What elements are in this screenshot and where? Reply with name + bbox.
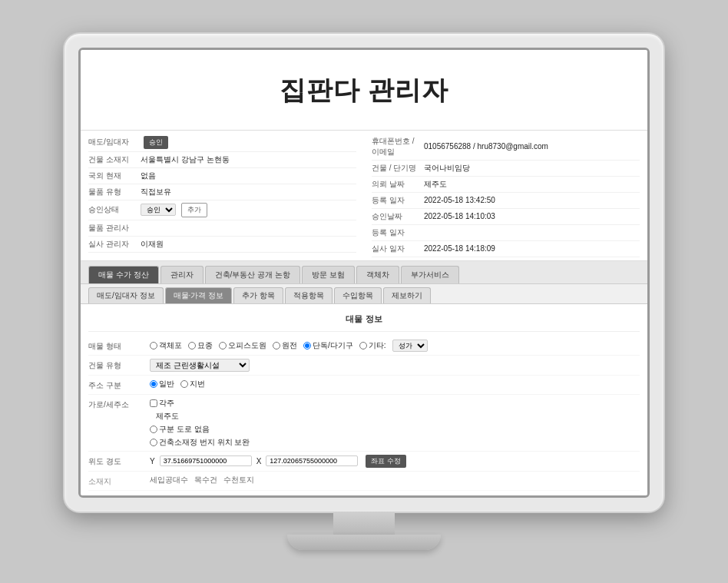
location-info-text: 세입공대수 <box>150 475 188 485</box>
label-location: 건물 소재지 <box>88 154 141 165</box>
sale-type-other-select[interactable]: 성가 <box>392 340 428 352</box>
address-row-1: 각주 <box>150 398 640 409</box>
info-grid: 매도/임대자 승인 건물 소재지 서울특별시 강남구 논현동 국외 현재 없음 <box>81 131 647 261</box>
value-building-name: 국어나비임당 <box>424 163 470 174</box>
tab-item-settlement[interactable]: 매물 수가 정산 <box>88 266 159 283</box>
value-location-info: 세입공대수 목수건 수천토지 <box>150 475 640 485</box>
info-row: 국외 현재 없음 <box>88 168 356 184</box>
coord-update-btn[interactable]: 좌표 수정 <box>366 455 406 468</box>
subtab-applied-items[interactable]: 적용항목 <box>285 287 333 303</box>
info-row: 건물 소재지 서울특별시 강남구 논현동 <box>88 152 356 168</box>
info-row: 건물 / 단기명 국어나비임당 <box>372 161 640 177</box>
radio-jibun-address[interactable]: 지번 <box>180 379 205 389</box>
radio-single[interactable]: 단독/다기구 <box>303 340 353 351</box>
value-sale-type: 객체포 묘종 오피스도원 원전 단독/다기구 기타: 성가 <box>150 340 640 352</box>
info-row: 등록 일자 2022-05-18 13:42:50 <box>372 193 640 209</box>
x-coord-input[interactable] <box>266 455 358 466</box>
info-col-left: 매도/임대자 승인 건물 소재지 서울특별시 강남구 논현동 국외 현재 없음 <box>81 131 364 260</box>
label-building-type: 건물 유형 <box>88 359 150 371</box>
approval-submit-btn[interactable]: 추가 <box>181 203 207 217</box>
address-row-3: 구분 도로 없음 <box>150 424 640 435</box>
label-request-date: 의뢰 날짜 <box>372 179 424 190</box>
info-row: 승인날짜 2022-05-18 14:10:03 <box>372 209 640 225</box>
value-item-type: 직접보유 <box>141 187 171 197</box>
form-row-sale-type: 매물 형태 객체포 묘종 오피스도원 원전 단독/다기구 기타: 성가 <box>88 336 640 356</box>
content-area: 대물 정보 매물 형태 객체포 묘종 오피스도원 원전 단독/다기구 기타: 성… <box>81 304 647 495</box>
value-approval-status: 승인 대기 거절 추가 <box>141 203 207 217</box>
radio-building-location[interactable]: 건축소재정 번지 위치 보완 <box>150 437 250 448</box>
radio-object[interactable]: 객체포 <box>150 340 182 351</box>
subtab-income-items[interactable]: 수입항목 <box>334 287 382 303</box>
subtab-seller-info[interactable]: 매도/임대자 정보 <box>88 287 164 303</box>
label-address-detail: 가로/세주소 <box>88 398 150 410</box>
address-row-2: 제주도 <box>150 411 640 422</box>
value-field-manager: 이재원 <box>141 239 164 250</box>
screen-content: 집판다 관리자 매도/임대자 승인 건물 소재지 서울특별시 강남구 <box>81 50 647 495</box>
monitor-screen: 집판다 관리자 매도/임대자 승인 건물 소재지 서울특별시 강남구 <box>78 48 650 498</box>
radio-one[interactable]: 원전 <box>273 340 297 351</box>
monitor-base <box>287 535 441 550</box>
value-building-type: 제조 근린생활시설 <box>150 359 640 372</box>
page-title: 집판다 관리자 <box>96 73 632 108</box>
btn-other-account[interactable]: 승인 <box>144 136 168 149</box>
x-label: X <box>256 457 262 465</box>
label-coords: 위도 경도 <box>88 455 150 467</box>
info-row: 물품 관리사 <box>88 220 356 237</box>
radio-myo[interactable]: 묘종 <box>188 340 213 351</box>
info-row: 매도/임대자 승인 <box>88 134 356 152</box>
subtab-report[interactable]: 제보하기 <box>383 287 431 303</box>
tab-manager[interactable]: 관리자 <box>160 266 204 283</box>
main-tabs: 매물 수가 정산 관리자 건축/부동산 공개 논항 방문 보험 객체차 부가서비… <box>81 261 647 284</box>
label-approval-status: 승인상태 <box>88 204 141 215</box>
label-seller: 매도/임대자 <box>88 137 141 147</box>
value-request-date: 제주도 <box>424 179 447 190</box>
label-overseas: 국외 현재 <box>88 171 141 181</box>
info-row: 의뢰 날짜 제주도 <box>372 177 640 193</box>
subtab-extra-items[interactable]: 추가 항목 <box>233 287 283 303</box>
value-phone-email: 01056756288 / hru8730@gmail.com <box>424 142 548 151</box>
label-field-manager: 실사 관리자 <box>88 239 141 250</box>
monitor-neck <box>333 512 395 535</box>
label-address-type: 주소 구분 <box>88 379 150 391</box>
label-location-info: 소재지 <box>88 475 150 487</box>
value-approval-date: 2022-05-18 14:10:03 <box>424 212 495 220</box>
form-row-location-info: 소재지 세입공대수 목수건 수천토지 <box>88 472 640 491</box>
sub-tabs: 매도/임대자 정보 매물·가격 정보 추가 항목 적용항목 수입항목 제보하기 <box>81 284 647 304</box>
check-kakuzu[interactable]: 각주 <box>150 398 174 409</box>
y-coord-input[interactable] <box>160 455 252 466</box>
label-building-name: 건물 / 단기명 <box>372 163 424 174</box>
label-item-type: 물품 유형 <box>88 187 141 197</box>
value-seller: 승인 <box>141 136 168 149</box>
tab-extra-service[interactable]: 부가서비스 <box>401 266 459 283</box>
form-row-address-detail: 가로/세주소 각주 제주도 <box>88 395 640 452</box>
building-type-select[interactable]: 제조 근린생활시설 <box>150 359 250 372</box>
page-title-area: 집판다 관리자 <box>81 50 647 131</box>
form-row-address-type: 주소 구분 일반 지번 <box>88 376 640 395</box>
info-row: 실사 일자 2022-05-18 14:18:09 <box>372 241 640 257</box>
tab-object[interactable]: 객체차 <box>356 266 399 283</box>
form-row-building-type: 건물 유형 제조 근린생활시설 <box>88 356 640 376</box>
location-info-text2: 목수건 <box>194 475 217 485</box>
radio-office[interactable]: 오피스도원 <box>219 340 266 351</box>
value-reg-date: 2022-05-18 13:42:50 <box>424 196 495 204</box>
approval-select[interactable]: 승인 대기 거절 <box>141 204 176 216</box>
info-row: 실사 관리자 이재원 <box>88 237 356 253</box>
info-col-right: 휴대폰번호 / 이메일 01056756288 / hru8730@gmail.… <box>364 131 647 260</box>
value-location: 서울특별시 강남구 논현동 <box>141 154 230 165</box>
label-approval-date: 승인날짜 <box>372 211 424 222</box>
monitor-body: 집판다 관리자 매도/임대자 승인 건물 소재지 서울특별시 강남구 <box>65 34 663 512</box>
info-row: 등록 일자 <box>372 225 640 241</box>
value-field-date: 2022-05-18 14:18:09 <box>424 244 495 253</box>
tab-realestate-public[interactable]: 건축/부동산 공개 논항 <box>205 266 300 283</box>
radio-no-road[interactable]: 구분 도로 없음 <box>150 424 210 435</box>
radio-other[interactable]: 기타: <box>359 340 386 351</box>
label-phone-email: 휴대폰번호 / 이메일 <box>372 136 424 157</box>
address-row-4: 건축소재정 번지 위치 보완 <box>150 437 640 448</box>
info-row: 휴대폰번호 / 이메일 01056756288 / hru8730@gmail.… <box>372 134 640 161</box>
monitor-wrapper: 집판다 관리자 매도/임대자 승인 건물 소재지 서울특별시 강남구 <box>65 34 663 550</box>
subtab-price-info[interactable]: 매물·가격 정보 <box>165 287 233 303</box>
radio-normal-address[interactable]: 일반 <box>150 379 174 389</box>
tab-visit-insurance[interactable]: 방문 보험 <box>302 266 355 283</box>
value-address-detail: 각주 제주도 구분 도로 없음 <box>150 398 640 448</box>
form-row-coords: 위도 경도 Y X 좌표 수정 <box>88 452 640 472</box>
